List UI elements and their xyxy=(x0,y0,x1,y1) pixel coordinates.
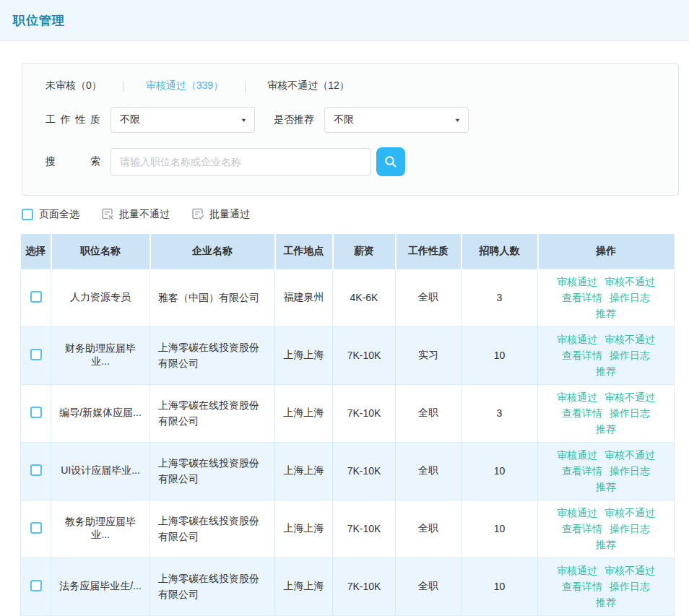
tab-unreviewed[interactable]: 未审核（0） xyxy=(46,79,102,92)
actions-cell: 审核通过审核不通过 查看详情操作日志 推荐 xyxy=(538,558,675,615)
actions-cell: 审核通过审核不通过 查看详情操作日志 推荐 xyxy=(538,384,675,442)
view-details-link[interactable]: 查看详情 xyxy=(562,292,602,303)
recommend-link[interactable]: 推荐 xyxy=(596,539,616,550)
company-cell: 上海零碳在线投资股份有限公司 xyxy=(150,326,275,384)
headcount-cell: 10 xyxy=(462,442,538,500)
recommend-link[interactable]: 推荐 xyxy=(596,597,616,608)
approve-link[interactable]: 审核通过 xyxy=(557,565,597,576)
reject-link[interactable]: 审核不通过 xyxy=(604,449,655,461)
select-all-item[interactable]: 页面全选 xyxy=(22,208,79,221)
col-company: 企业名称 xyxy=(150,234,275,269)
batch-reject-label: 批量不通过 xyxy=(119,208,170,221)
select-all-label: 页面全选 xyxy=(39,208,79,221)
page-header: 职位管理 xyxy=(0,0,689,41)
content: 未审核（0） 审核通过（339） 审核不通过（12） 工作性质 不限 ▼ 是否推… xyxy=(0,63,689,616)
row-checkbox[interactable] xyxy=(30,349,42,360)
position-cell: 教务助理应届毕业... xyxy=(51,500,150,558)
status-tabs: 未审核（0） 审核通过（339） 审核不通过（12） xyxy=(38,79,678,92)
filter-row-selects: 工作性质 不限 ▼ 是否推荐 不限 ▼ xyxy=(38,107,678,133)
approve-link[interactable]: 审核通过 xyxy=(557,507,597,519)
headcount-cell: 3 xyxy=(462,384,538,442)
approve-link[interactable]: 审核通过 xyxy=(557,334,597,345)
view-details-link[interactable]: 查看详情 xyxy=(562,465,602,477)
salary-cell: 7K-10K xyxy=(333,442,396,500)
table-row: 教务助理应届毕业... 上海零碳在线投资股份有限公司 上海上海 7K-10K 全… xyxy=(21,500,675,558)
table-row: UI设计应届毕业... 上海零碳在线投资股份有限公司 上海上海 7K-10K 全… xyxy=(21,442,675,500)
batch-reject-button[interactable]: 批量不通过 xyxy=(101,207,170,221)
batch-approve-label: 批量通过 xyxy=(209,208,250,221)
row-checkbox[interactable] xyxy=(30,407,42,418)
salary-cell: 7K-10K xyxy=(333,384,396,442)
recommend-link[interactable]: 推荐 xyxy=(596,423,616,435)
operation-log-link[interactable]: 操作日志 xyxy=(610,407,650,419)
col-actions: 操作 xyxy=(538,234,675,269)
salary-cell: 4K-6K xyxy=(333,269,396,326)
reject-link[interactable]: 审核不通过 xyxy=(604,507,655,519)
operation-log-link[interactable]: 操作日志 xyxy=(610,292,650,303)
view-details-link[interactable]: 查看详情 xyxy=(562,350,602,361)
filter-card: 未审核（0） 审核通过（339） 审核不通过（12） 工作性质 不限 ▼ 是否推… xyxy=(22,63,679,196)
view-details-link[interactable]: 查看详情 xyxy=(562,407,602,419)
row-checkbox[interactable] xyxy=(30,580,42,591)
view-details-link[interactable]: 查看详情 xyxy=(562,581,602,592)
batch-toolbar: 页面全选 批量不通过 xyxy=(22,207,679,221)
batch-approve-button[interactable]: 批量通过 xyxy=(191,207,250,221)
headcount-cell: 3 xyxy=(462,269,538,326)
operation-log-link[interactable]: 操作日志 xyxy=(610,465,650,477)
recommended-select[interactable]: 不限 ▼ xyxy=(324,107,469,133)
salary-cell: 7K-10K xyxy=(333,500,396,558)
row-checkbox[interactable] xyxy=(30,464,42,476)
table-header-row: 选择 职位名称 企业名称 工作地点 薪资 工作性质 招聘人数 操作 xyxy=(21,234,675,269)
operation-log-link[interactable]: 操作日志 xyxy=(610,350,650,361)
col-select: 选择 xyxy=(21,234,51,269)
search-label: 搜索 xyxy=(46,155,100,168)
col-nature: 工作性质 xyxy=(396,234,462,269)
recommend-link[interactable]: 推荐 xyxy=(596,481,616,493)
recommended-value: 不限 xyxy=(334,113,354,126)
reject-link[interactable]: 审核不通过 xyxy=(604,334,655,345)
chevron-down-icon: ▼ xyxy=(454,117,461,123)
reject-link[interactable]: 审核不通过 xyxy=(604,391,655,403)
tab-rejected[interactable]: 审核不通过（12） xyxy=(267,79,350,92)
position-cell: 财务助理应届毕业... xyxy=(51,326,150,384)
page-title: 职位管理 xyxy=(13,12,65,29)
location-cell: 上海上海 xyxy=(275,326,333,384)
search-input[interactable] xyxy=(110,148,370,175)
tab-separator xyxy=(245,81,246,92)
approve-link[interactable]: 审核通过 xyxy=(557,276,597,287)
company-cell: 雅客（中国）有限公司 xyxy=(150,269,275,326)
actions-cell: 审核通过审核不通过 查看详情操作日志 推荐 xyxy=(538,269,675,326)
position-cell: 编导/新媒体应届... xyxy=(51,384,150,442)
location-cell: 上海上海 xyxy=(275,558,333,615)
table-row: 人力资源专员 雅客（中国）有限公司 福建泉州 4K-6K 全职 3 审核通过审核… xyxy=(21,269,675,326)
approve-link[interactable]: 审核通过 xyxy=(557,449,597,461)
operation-log-link[interactable]: 操作日志 xyxy=(610,581,650,592)
company-cell: 上海零碳在线投资股份有限公司 xyxy=(150,558,275,615)
location-cell: 上海上海 xyxy=(275,442,333,500)
company-cell: 上海零碳在线投资股份有限公司 xyxy=(150,384,275,442)
view-details-link[interactable]: 查看详情 xyxy=(562,523,602,534)
batch-reject-icon xyxy=(101,207,115,221)
search-button[interactable] xyxy=(376,147,405,176)
recommend-link[interactable]: 推荐 xyxy=(596,365,616,377)
tab-approved[interactable]: 审核通过（339） xyxy=(146,79,223,92)
company-cell: 上海零碳在线投资股份有限公司 xyxy=(150,442,275,500)
position-cell: 人力资源专员 xyxy=(51,269,150,326)
row-checkbox[interactable] xyxy=(30,291,42,303)
job-nature-select[interactable]: 不限 ▼ xyxy=(110,107,255,133)
batch-approve-icon xyxy=(191,207,205,221)
salary-cell: 7K-10K xyxy=(333,326,396,384)
recommend-link[interactable]: 推荐 xyxy=(596,308,616,319)
actions-cell: 审核通过审核不通过 查看详情操作日志 推荐 xyxy=(538,500,675,558)
salary-cell: 7K-10K xyxy=(333,558,396,615)
location-cell: 福建泉州 xyxy=(275,269,333,326)
position-cell: 法务应届毕业生/... xyxy=(51,558,150,615)
operation-log-link[interactable]: 操作日志 xyxy=(610,523,650,534)
headcount-cell: 10 xyxy=(462,326,538,384)
select-all-checkbox[interactable] xyxy=(22,209,33,220)
job-nature-value: 不限 xyxy=(120,113,140,126)
approve-link[interactable]: 审核通过 xyxy=(557,391,597,403)
reject-link[interactable]: 审核不通过 xyxy=(604,565,655,576)
row-checkbox[interactable] xyxy=(30,522,42,534)
reject-link[interactable]: 审核不通过 xyxy=(604,276,655,287)
